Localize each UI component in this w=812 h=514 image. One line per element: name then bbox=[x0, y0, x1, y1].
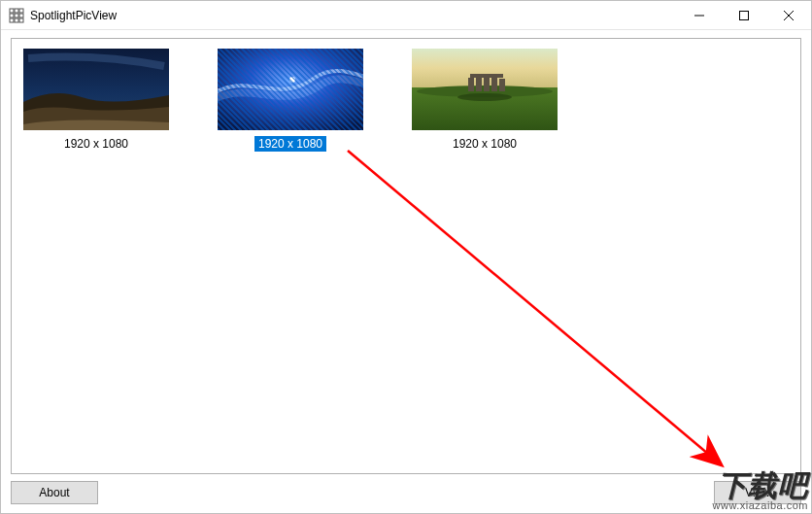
svg-rect-2 bbox=[19, 9, 23, 13]
svg-rect-10 bbox=[740, 11, 749, 19]
close-button[interactable] bbox=[766, 1, 811, 30]
svg-rect-7 bbox=[15, 18, 18, 22]
thumbnail-image bbox=[218, 49, 363, 130]
svg-rect-19 bbox=[468, 78, 474, 91]
thumbnail-image bbox=[23, 49, 169, 130]
thumbnail-panel: 1920 x 1080 bbox=[11, 38, 801, 474]
client-area: 1920 x 1080 bbox=[1, 30, 811, 513]
svg-rect-4 bbox=[15, 14, 18, 17]
svg-point-25 bbox=[457, 93, 512, 101]
button-bar: About View bbox=[11, 474, 801, 505]
app-icon bbox=[9, 8, 24, 23]
svg-rect-6 bbox=[10, 18, 14, 22]
svg-rect-20 bbox=[476, 76, 482, 91]
thumbnail-item[interactable]: 1920 x 1080 bbox=[23, 49, 169, 152]
thumbnail-caption: 1920 x 1080 bbox=[449, 136, 521, 152]
svg-rect-8 bbox=[19, 18, 23, 22]
titlebar: SpotlightPicView bbox=[1, 1, 811, 30]
about-button[interactable]: About bbox=[11, 481, 98, 504]
thumbnail-item[interactable]: 1920 x 1080 bbox=[412, 49, 558, 152]
svg-rect-0 bbox=[10, 9, 14, 13]
svg-point-15 bbox=[289, 77, 295, 83]
svg-rect-24 bbox=[470, 74, 503, 78]
thumbnail-item[interactable]: 1920 x 1080 bbox=[218, 49, 363, 152]
svg-rect-21 bbox=[484, 78, 490, 91]
window-title: SpotlightPicView bbox=[30, 9, 117, 22]
minimize-button[interactable] bbox=[677, 1, 722, 30]
svg-rect-3 bbox=[10, 14, 14, 17]
thumbnail-image bbox=[412, 49, 558, 130]
svg-rect-1 bbox=[15, 9, 18, 13]
app-window: SpotlightPicView bbox=[0, 0, 812, 514]
svg-rect-5 bbox=[19, 14, 23, 17]
maximize-button[interactable] bbox=[722, 1, 766, 30]
svg-rect-23 bbox=[499, 79, 505, 91]
svg-rect-22 bbox=[491, 77, 497, 91]
thumbnail-caption: 1920 x 1080 bbox=[254, 136, 326, 152]
view-button[interactable]: View bbox=[714, 481, 801, 504]
thumbnail-list: 1920 x 1080 bbox=[23, 49, 789, 152]
thumbnail-caption: 1920 x 1080 bbox=[60, 136, 132, 152]
